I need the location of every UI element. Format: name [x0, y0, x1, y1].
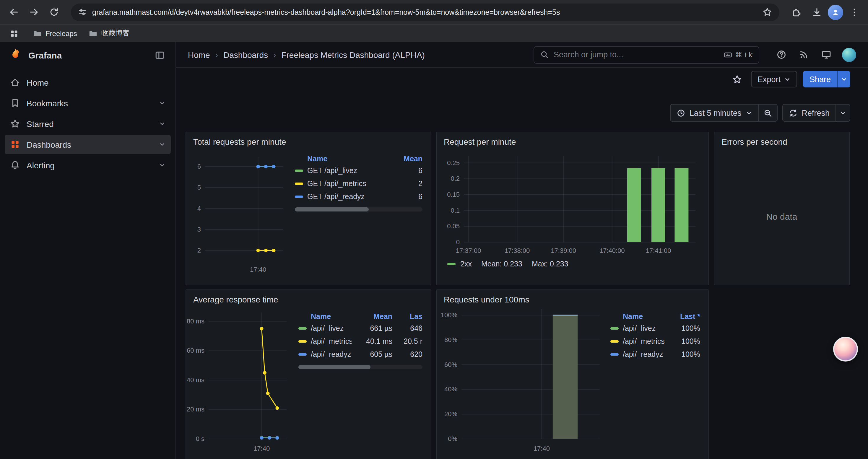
- forward-button[interactable]: [25, 3, 42, 21]
- browser-profile-avatar[interactable]: [828, 4, 843, 20]
- legend-row[interactable]: /api/_metrics 100%: [608, 335, 703, 348]
- refresh-button[interactable]: Refresh: [782, 104, 836, 122]
- sidebar-item-alerting[interactable]: Alerting: [5, 155, 171, 175]
- legend-header-last[interactable]: Las: [397, 313, 423, 321]
- breadcrumb-dashboards[interactable]: Dashboards: [223, 50, 268, 59]
- bar-chart[interactable]: 00.050.10.150.20.2517:37:0017:38:0017:39…: [439, 149, 703, 256]
- user-avatar[interactable]: [842, 47, 856, 62]
- series-name[interactable]: GET /api/_metrics: [307, 179, 385, 188]
- grafana-header: Home › Dashboards › Freeleaps Metrics Da…: [176, 42, 868, 68]
- star-icon: [10, 119, 20, 129]
- series-name[interactable]: 2xx: [460, 260, 472, 268]
- sidebar-item-home[interactable]: Home: [5, 73, 171, 92]
- line-chart[interactable]: 0 s20 ms40 ms60 ms80 ms17:40: [188, 306, 292, 454]
- chevron-down-icon: [841, 76, 847, 83]
- share-button[interactable]: Share: [803, 71, 837, 88]
- legend-header-name[interactable]: Name: [610, 313, 668, 321]
- sidebar-item-starred[interactable]: Starred: [5, 114, 171, 133]
- bookmark-star-icon[interactable]: [762, 7, 772, 17]
- refresh-interval-dropdown[interactable]: [836, 104, 850, 122]
- panel-title[interactable]: Requests under 100ms: [437, 290, 709, 305]
- favorite-star-button[interactable]: [730, 71, 745, 87]
- series-name[interactable]: /api/_readyz: [311, 350, 351, 359]
- person-icon: [831, 8, 840, 16]
- sidebar-item-bookmarks[interactable]: Bookmarks: [5, 93, 171, 113]
- legend-header-name[interactable]: Name: [295, 155, 385, 163]
- rss-icon: [799, 50, 809, 60]
- url-bar[interactable]: grafana.mathmast.com/d/deytv4rwavabkb/fr…: [71, 3, 779, 21]
- tv-mode-button[interactable]: [819, 48, 833, 61]
- search-input[interactable]: [554, 50, 719, 59]
- dock-sidebar-button[interactable]: [152, 47, 167, 63]
- grafana-logo[interactable]: [8, 48, 23, 62]
- assistant-avatar-widget[interactable]: [833, 337, 858, 362]
- legend-table: Name Last * /api/_livez 100%: [608, 311, 703, 459]
- folder-icon: [89, 29, 98, 38]
- scrollbar-thumb[interactable]: [299, 365, 370, 369]
- export-button[interactable]: Export: [751, 71, 797, 88]
- panel-title[interactable]: Average response time: [186, 290, 431, 305]
- scrollbar-thumb[interactable]: [295, 207, 369, 211]
- panel-title[interactable]: Total requests per minute: [186, 132, 431, 148]
- reload-button[interactable]: [45, 3, 63, 21]
- legend-row[interactable]: GET /api/_readyz 6: [292, 190, 425, 203]
- legend-header-last[interactable]: Last *: [672, 313, 700, 321]
- bell-icon: [10, 160, 20, 170]
- news-button[interactable]: [797, 48, 810, 61]
- breadcrumb-home[interactable]: Home: [188, 50, 210, 59]
- bookmark-freeleaps[interactable]: Freeleaps: [33, 29, 77, 38]
- series-name[interactable]: GET /api/_livez: [307, 167, 385, 175]
- legend-header-mean[interactable]: Mean: [390, 155, 423, 163]
- back-button[interactable]: [5, 3, 23, 21]
- legend-row[interactable]: /api/_readyz 605 µs 620: [296, 348, 425, 361]
- svg-text:0.05: 0.05: [447, 222, 460, 230]
- site-info-icon[interactable]: [78, 8, 87, 17]
- legend-scrollbar[interactable]: [295, 207, 423, 211]
- time-range-picker[interactable]: Last 5 minutes: [670, 104, 759, 122]
- bookmark-blog[interactable]: 收藏博客: [89, 28, 130, 38]
- panel-average-response-time: Average response time 0 s20 ms40 ms60 ms…: [186, 290, 431, 459]
- header-icons: [775, 47, 856, 62]
- svg-text:3: 3: [197, 226, 201, 233]
- series-name[interactable]: /api/_readyz: [623, 350, 668, 359]
- svg-text:20 ms: 20 ms: [187, 405, 205, 413]
- browser-menu-button[interactable]: [845, 3, 863, 21]
- legend-row[interactable]: /api/_livez 100%: [608, 322, 703, 335]
- bar-chart[interactable]: 0%20%40%60%80%100%17:40: [439, 306, 604, 454]
- series-name[interactable]: GET /api/_readyz: [307, 193, 385, 201]
- extensions-button[interactable]: [788, 3, 805, 21]
- legend-row[interactable]: GET /api/_metrics 2: [292, 177, 425, 190]
- panel-title[interactable]: Errors per second: [714, 132, 849, 148]
- search-box[interactable]: ⌘+k: [533, 46, 759, 64]
- series-swatch: [295, 183, 303, 185]
- home-icon: [10, 77, 20, 88]
- series-name[interactable]: /api/_metrics: [311, 337, 351, 346]
- svg-text:17:38:00: 17:38:00: [505, 247, 530, 254]
- help-button[interactable]: [775, 48, 788, 61]
- legend-row[interactable]: /api/_metrics 40.1 ms 20.5 r: [296, 335, 425, 348]
- series-name[interactable]: /api/_metrics: [623, 337, 668, 346]
- sidebar-header: Grafana: [0, 42, 176, 68]
- breadcrumb-separator: ›: [215, 50, 218, 59]
- series-last: 20.5 r: [397, 337, 423, 346]
- sidebar-item-dashboards[interactable]: Dashboards: [5, 135, 171, 154]
- legend-row[interactable]: GET /api/_livez 6: [292, 164, 425, 177]
- series-mean: 6: [390, 167, 423, 175]
- zoom-out-button[interactable]: [758, 104, 777, 122]
- breadcrumb-separator: ›: [273, 50, 276, 59]
- legend-row[interactable]: /api/_livez 661 µs 646: [296, 322, 425, 335]
- legend-scrollbar[interactable]: [299, 365, 423, 369]
- apps-grid-button[interactable]: [7, 26, 21, 40]
- panel-errors-per-second: Errors per second No data: [714, 132, 850, 285]
- legend-row[interactable]: /api/_readyz 100%: [608, 348, 703, 361]
- legend-header-mean[interactable]: Mean: [356, 313, 392, 321]
- legend-inline[interactable]: 2xx Mean: 0.233 Max: 0.233: [439, 256, 703, 268]
- reload-icon: [49, 7, 59, 17]
- share-dropdown-button[interactable]: [837, 71, 850, 88]
- downloads-button[interactable]: [808, 3, 826, 21]
- legend-header-name[interactable]: Name: [299, 313, 351, 321]
- panel-title[interactable]: Request per minute: [437, 132, 709, 148]
- series-name[interactable]: /api/_livez: [623, 324, 668, 333]
- series-name[interactable]: /api/_livez: [311, 324, 351, 333]
- line-chart[interactable]: 2345617:40: [188, 149, 289, 275]
